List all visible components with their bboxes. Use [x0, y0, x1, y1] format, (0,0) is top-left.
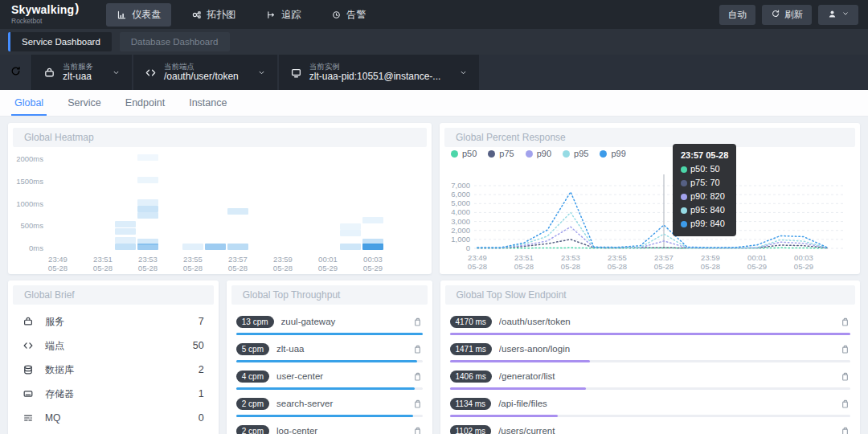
auto-refresh-button[interactable]: 自动 — [719, 5, 755, 25]
panel-title: Global Top Throughput — [231, 285, 428, 305]
heatmap-cell[interactable] — [340, 244, 361, 250]
selector-2[interactable]: 当前实例zlt-uaa-pid:10551@instance-... — [279, 55, 480, 90]
list-item: 1471 ms/users-anon/login — [450, 341, 851, 362]
refresh-icon — [771, 9, 780, 20]
selector-value: /oauth/user/token — [164, 71, 239, 83]
logo-subtitle: Rocketbot — [11, 18, 79, 25]
copy-icon[interactable] — [840, 317, 850, 327]
heatmap-cell[interactable] — [115, 221, 136, 227]
heatmap-cell[interactable] — [115, 244, 136, 250]
mq-icon — [23, 412, 34, 424]
copy-icon[interactable] — [412, 317, 423, 327]
heatmap-cell[interactable] — [137, 239, 158, 245]
value-bar — [236, 333, 423, 335]
copy-icon[interactable] — [412, 399, 423, 409]
brief-row: 服务7 — [8, 309, 219, 334]
heatmap-cell[interactable] — [362, 239, 383, 245]
selector-label: 当前服务 — [63, 62, 93, 72]
heatmap-y-tick: 1500ms — [10, 176, 43, 185]
svg-text:23:49: 23:49 — [468, 253, 487, 262]
svg-text:23:57: 23:57 — [654, 253, 674, 262]
heatmap-cell[interactable] — [340, 230, 361, 236]
value-badge: 4 cpm — [236, 371, 269, 383]
logo-swoosh-icon: ) — [75, 2, 79, 14]
heatmap-x-tick: 00:0305-29 — [355, 255, 391, 272]
dashboard-content: Global Heatmap 0ms500ms1000ms1500ms2000m… — [0, 117, 868, 434]
item-name: search-server — [276, 399, 412, 408]
tab-global[interactable]: Global — [14, 97, 43, 116]
nav-item-label: 告警 — [346, 8, 366, 22]
legend-dot — [600, 150, 607, 158]
heatmap-cell[interactable] — [227, 244, 248, 250]
copy-icon[interactable] — [412, 344, 423, 354]
svg-text:05-28: 05-28 — [654, 262, 674, 271]
legend-item-p50[interactable]: p50 — [451, 149, 477, 158]
heatmap-cell[interactable] — [115, 237, 136, 244]
brief-value: 1 — [199, 388, 204, 399]
tab-endpoint[interactable]: Endpoint — [125, 97, 165, 116]
refresh-button[interactable]: 刷新 — [762, 5, 812, 25]
copy-icon[interactable] — [412, 371, 423, 382]
brief-row: 端点50 — [8, 334, 219, 358]
dashboard-tab-0[interactable]: Service Dashboard — [8, 32, 112, 51]
heatmap-cell[interactable] — [137, 154, 158, 161]
legend-item-p99[interactable]: p99 — [600, 149, 625, 158]
value-badge: 1102 ms — [450, 425, 492, 434]
heatmap-cell[interactable] — [182, 244, 203, 250]
value-bar — [450, 387, 586, 390]
tab-instance[interactable]: Instance — [189, 97, 227, 116]
heatmap-cell[interactable] — [137, 177, 158, 183]
heatmap-cell[interactable] — [137, 206, 158, 212]
service-icon — [43, 67, 55, 79]
app-logo[interactable]: Skywalking) Rocketbot — [11, 4, 79, 25]
copy-icon[interactable] — [840, 371, 850, 382]
selector-1[interactable]: 当前端点/oauth/user/token — [133, 55, 277, 90]
heatmap-x-tick: 23:4905-28 — [40, 255, 76, 272]
heatmap-cell[interactable] — [137, 199, 158, 206]
copy-icon[interactable] — [412, 426, 423, 434]
legend-label: p99 — [611, 149, 625, 158]
legend-item-p90[interactable]: p90 — [526, 149, 551, 158]
value-bar-track — [236, 387, 423, 390]
heatmap-cell[interactable] — [340, 223, 361, 230]
global-brief-panel: Global Brief 服务7端点50数据库2存储器1MQ0 — [8, 280, 219, 434]
database-icon — [23, 364, 34, 375]
nav-item-2[interactable]: 追踪 — [256, 3, 311, 27]
panel-title: Global Brief — [13, 285, 214, 305]
legend-item-p75[interactable]: p75 — [488, 149, 514, 158]
legend-label: p50 — [462, 149, 477, 158]
list-item: 1102 ms/users/current — [450, 423, 851, 434]
copy-icon[interactable] — [840, 399, 850, 409]
heatmap-cell[interactable] — [115, 228, 136, 235]
user-menu-button[interactable] — [818, 5, 858, 25]
heatmap-x-tick: 23:5105-28 — [85, 255, 121, 272]
nav-item-label: 仪表盘 — [132, 8, 161, 22]
item-name: user-center — [276, 371, 412, 381]
svg-text:23:55: 23:55 — [608, 253, 627, 262]
legend-dot — [451, 150, 458, 158]
legend-item-p95[interactable]: p95 — [563, 149, 588, 158]
copy-icon[interactable] — [840, 426, 850, 434]
storage-icon — [23, 388, 34, 399]
selector-0[interactable]: 当前服务zlt-uaa — [32, 55, 132, 90]
heatmap-x-tick: 23:5305-28 — [130, 255, 166, 272]
heatmap-x-tick: 23:5505-28 — [175, 255, 211, 272]
legend-label: p95 — [574, 149, 588, 158]
heatmap-chart[interactable]: 0ms500ms1000ms1500ms2000ms23:4905-2823:5… — [8, 147, 432, 274]
nav-item-0[interactable]: 仪表盘 — [106, 3, 171, 27]
heatmap-cell[interactable] — [205, 244, 226, 250]
heatmap-y-tick: 0ms — [10, 244, 43, 252]
global-percent-response-panel: Global Percent Response 01,0002,0003,000… — [440, 123, 860, 274]
copy-icon[interactable] — [840, 344, 850, 354]
nav-item-3[interactable]: 告警 — [321, 3, 376, 27]
percent-response-chart[interactable]: 01,0002,0003,0004,0005,0006,0007,00023:4… — [440, 147, 860, 274]
heatmap-cell[interactable] — [362, 217, 383, 223]
nav-item-1[interactable]: 拓扑图 — [181, 3, 246, 27]
heatmap-cell[interactable] — [227, 208, 248, 215]
reload-selectors-button[interactable] — [0, 55, 32, 90]
list-item: 13 cpmzuul-gateway — [236, 313, 423, 335]
tab-service[interactable]: Service — [68, 97, 101, 116]
dashboard-tab-1[interactable]: Database Dashboard — [120, 32, 230, 51]
global-top-slow-endpoint-panel: Global Top Slow Endpoint 4170 ms/oauth/u… — [440, 280, 861, 434]
heatmap-cell[interactable] — [137, 212, 158, 219]
